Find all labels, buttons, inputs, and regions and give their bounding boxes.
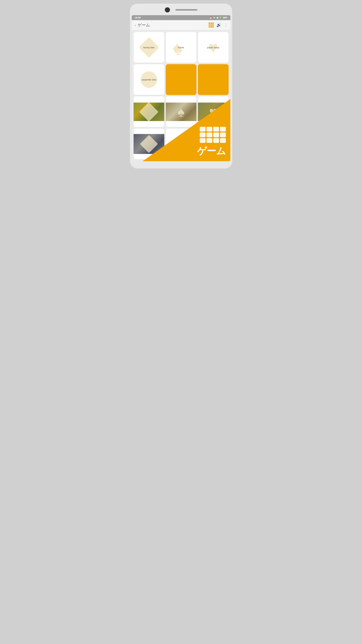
card-carpenter-bee[interactable]: carpenter bee <box>134 64 164 95</box>
screen-content: honey bee ♠ honet ♥ paper wasp carpenter… <box>132 30 230 161</box>
spade-overlay: ♠ <box>178 105 185 119</box>
device-top <box>132 7 230 12</box>
overlay-grid-cell <box>213 132 219 137</box>
overlay-grid-cell <box>213 127 219 132</box>
overlay-grid-cell <box>206 127 212 132</box>
card-honey-bee[interactable]: honey bee <box>134 32 164 63</box>
overlay-grid-cell <box>213 138 219 143</box>
overlay-title: ゲーム <box>197 145 226 158</box>
grid-cell <box>209 22 210 24</box>
grid-cell <box>209 26 210 28</box>
back-button[interactable]: ‹ <box>135 23 136 27</box>
image-container-wasp: ♠ <box>166 96 196 127</box>
overlay-grid-cell <box>200 132 205 137</box>
card-honet[interactable]: ♠ honet <box>166 32 196 63</box>
grid-cell <box>212 24 214 26</box>
alarm-icon: ⏰ <box>209 16 212 19</box>
card-label-honey-bee: honey bee <box>143 46 155 49</box>
grid-cell <box>212 22 214 24</box>
overlay-grid-cell <box>206 138 212 143</box>
status-right: ⏰ ▼ ◀ 🔋 99% <box>209 16 227 19</box>
overlay-grid-cell <box>200 127 205 132</box>
signal-icon: ◀ <box>216 16 218 19</box>
page-title: ゲーム <box>138 22 208 28</box>
status-bar: 19:09 ⏰ ▼ ◀ 🔋 99% <box>132 15 230 20</box>
image-container <box>134 96 164 127</box>
battery-icon: 🔋 <box>219 16 222 19</box>
overlay-grid-cell <box>220 127 226 132</box>
grid-view-icon[interactable] <box>209 22 214 28</box>
screen: 19:09 ⏰ ▼ ◀ 🔋 99% ‹ ゲーム <box>132 15 230 161</box>
overlay-grid <box>200 127 226 143</box>
more-options-button[interactable]: ⋮ <box>224 23 227 28</box>
grid-cell <box>209 24 210 26</box>
overlay-grid-cell <box>220 132 226 137</box>
overlay-grid-cell <box>200 138 205 143</box>
card-paper-wasp[interactable]: ♥ paper wasp <box>198 32 229 63</box>
status-time: 19:09 <box>135 16 141 19</box>
toolbar: ‹ ゲーム 🔊 ⋮ <box>132 20 230 30</box>
sound-button[interactable]: 🔊 <box>216 23 221 28</box>
card-label-paper-wasp: paper wasp <box>207 46 219 49</box>
camera <box>165 7 170 12</box>
grid-cell <box>210 26 212 28</box>
card-label-carpenter-bee: carpenter bee <box>142 78 156 81</box>
grid-cell <box>210 24 212 26</box>
grid-cell <box>210 22 212 24</box>
card-image-bee[interactable] <box>134 96 164 127</box>
overlay-grid-cell <box>220 138 226 143</box>
card-orange-2[interactable] <box>198 64 229 95</box>
battery-level: 99% <box>223 16 227 19</box>
grid-cell <box>212 26 214 28</box>
device-frame: 19:09 ⏰ ▼ ◀ 🔋 99% ‹ ゲーム <box>130 4 232 168</box>
card-label-honet: honet <box>178 46 184 49</box>
speaker-bar <box>176 9 197 10</box>
toolbar-icons: 🔊 ⋮ <box>209 22 227 28</box>
card-image-wasp[interactable]: ♠ <box>166 96 196 127</box>
card-orange-1[interactable] <box>166 64 196 95</box>
wifi-icon: ▼ <box>213 16 215 19</box>
overlay-grid-cell <box>206 132 212 137</box>
